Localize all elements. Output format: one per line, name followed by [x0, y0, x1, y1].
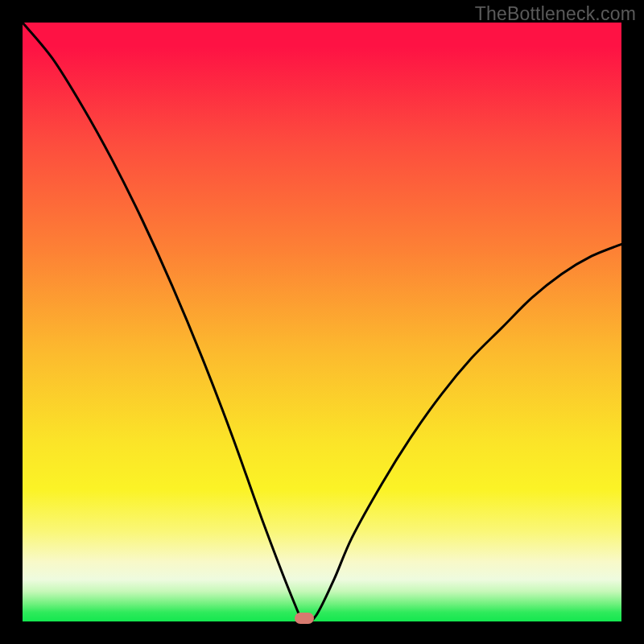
plot-area — [23, 23, 621, 621]
chart-frame: TheBottleneck.com — [0, 0, 644, 644]
curve-path — [23, 23, 621, 623]
optimum-marker — [295, 613, 314, 624]
bottleneck-curve — [23, 23, 621, 621]
watermark-text: TheBottleneck.com — [475, 3, 636, 25]
